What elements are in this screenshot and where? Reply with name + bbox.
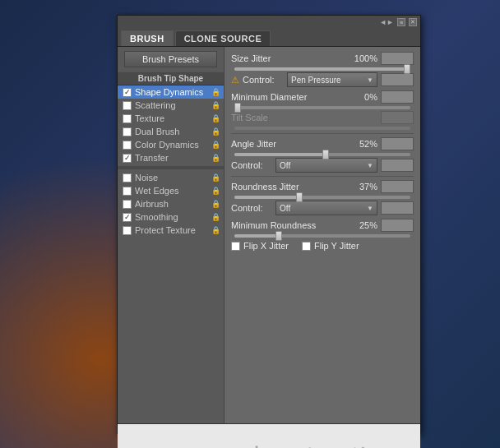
brush-panel: ◄► ≡ ✕ BRUSH CLONE SOURCE Brush Presets … [117, 15, 421, 434]
brush-item-wet-edges[interactable]: Wet Edges 🔒 [118, 184, 224, 197]
brush-item-protect-texture[interactable]: Protect Texture 🔒 [118, 224, 224, 237]
min-diameter-label: Minimum Diameter [231, 92, 345, 102]
lock-icon: 🔒 [211, 101, 220, 109]
panel-menu-button[interactable]: ≡ [397, 18, 405, 26]
control-input-3[interactable] [381, 201, 414, 215]
roundness-jitter-row: Roundness Jitter 37% [231, 180, 414, 193]
roundness-jitter-slider-container [231, 196, 414, 199]
brush-item-dual-brush[interactable]: Dual Brush 🔒 [118, 125, 224, 138]
angle-jitter-slider-container [231, 153, 414, 156]
flip-x-item[interactable]: Flip X Jitter [231, 241, 289, 251]
roundness-jitter-input[interactable] [381, 180, 414, 193]
brush-item-noise[interactable]: Noise 🔒 [118, 171, 224, 184]
checkbox-dual-brush[interactable] [123, 127, 132, 136]
brush-item-shape-dynamics[interactable]: Shape Dynamics 🔒 [118, 85, 224, 99]
checkbox-scattering[interactable] [123, 101, 132, 110]
checkbox-protect-texture[interactable] [123, 226, 132, 235]
min-roundness-thumb[interactable] [275, 231, 282, 241]
min-diameter-slider[interactable] [234, 106, 410, 109]
size-jitter-slider[interactable] [234, 67, 410, 71]
lock-icon: 🔒 [211, 141, 220, 149]
angle-jitter-input[interactable] [381, 137, 414, 150]
checkbox-wet-edges[interactable] [123, 187, 132, 196]
control-pen-pressure-row: ⚠ Control: Pen Pressure ▼ [231, 72, 414, 87]
control-off-2-dropdown[interactable]: Off ▼ [275, 201, 377, 215]
flip-row: Flip X Jitter Flip Y Jitter [231, 241, 414, 251]
control-off-1-dropdown[interactable]: Off ▼ [275, 158, 377, 173]
lock-icon: 🔒 [211, 114, 220, 122]
brush-item-smoothing[interactable]: Smoothing 🔒 [118, 210, 224, 224]
size-jitter-thumb[interactable] [404, 64, 410, 74]
angle-jitter-thumb[interactable] [322, 150, 329, 159]
checkbox-texture[interactable] [123, 114, 132, 123]
checkbox-smoothing[interactable] [123, 213, 132, 222]
protect-texture-label: Protect Texture [135, 225, 196, 235]
tab-clone-source[interactable]: CLONE SOURCE [175, 30, 271, 46]
brush-presets-button[interactable]: Brush Presets [124, 51, 217, 67]
control-label-1: Control: [243, 75, 284, 85]
panel-titlebar: ◄► ≡ ✕ [118, 16, 420, 29]
flip-x-label: Flip X Jitter [243, 241, 289, 251]
flip-y-item[interactable]: Flip Y Jitter [302, 241, 359, 251]
tilt-scale-slider [234, 127, 410, 130]
angle-jitter-slider[interactable] [234, 153, 410, 156]
left-panel: Brush Presets Brush Tip Shape Shape Dyna… [118, 47, 225, 423]
control-input-2[interactable] [381, 159, 414, 172]
texture-label: Texture [135, 113, 164, 123]
control-pen-pressure-dropdown[interactable]: Pen Pressure ▼ [287, 72, 377, 87]
brush-item-color-dynamics[interactable]: Color Dynamics 🔒 [118, 138, 224, 151]
roundness-jitter-thumb[interactable] [296, 192, 303, 202]
scattering-label: Scattering [135, 100, 176, 110]
dropdown-arrow-icon: ▼ [367, 76, 373, 84]
roundness-jitter-slider[interactable] [234, 196, 410, 199]
panel-tab-bar: BRUSH CLONE SOURCE [118, 29, 420, 47]
lock-icon: 🔒 [211, 154, 220, 162]
min-roundness-slider[interactable] [234, 234, 410, 238]
airbrush-label: Airbrush [135, 199, 169, 209]
dual-brush-label: Dual Brush [135, 127, 179, 136]
flip-y-label: Flip Y Jitter [314, 241, 359, 251]
noise-label: Noise [135, 173, 158, 182]
color-dynamics-label: Color Dynamics [135, 140, 199, 150]
brush-item-airbrush[interactable]: Airbrush 🔒 [118, 197, 224, 210]
lock-icon: 🔒 [211, 200, 220, 208]
min-diameter-thumb[interactable] [234, 103, 241, 113]
checkbox-transfer[interactable] [123, 154, 132, 163]
lock-icon: 🔒 [211, 127, 220, 136]
control-input-1[interactable] [381, 73, 414, 86]
min-diameter-input[interactable] [381, 90, 414, 104]
divider-2 [231, 176, 414, 177]
size-jitter-slider-container [231, 67, 414, 71]
checkbox-flip-y[interactable] [302, 242, 311, 251]
angle-jitter-label: Angle Jitter [231, 139, 345, 149]
size-jitter-input[interactable] [381, 52, 414, 65]
brush-tip-shape-header: Brush Tip Shape [118, 72, 224, 85]
tilt-scale-label: Tilt Scale [231, 113, 377, 122]
checkbox-shape-dynamics[interactable] [123, 88, 132, 97]
checkbox-flip-x[interactable] [231, 242, 240, 251]
checkbox-airbrush[interactable] [123, 200, 132, 209]
control-label-2: Control: [231, 160, 272, 170]
roundness-jitter-value: 37% [349, 182, 377, 192]
brush-item-scattering[interactable]: Scattering 🔒 [118, 99, 224, 112]
control-off-2-option: Off [280, 204, 290, 213]
min-diameter-value: 0% [349, 92, 377, 102]
dropdown-arrow-icon-3: ▼ [367, 205, 373, 212]
warning-icon: ⚠ [231, 75, 239, 85]
brush-item-transfer[interactable]: Transfer 🔒 [118, 151, 224, 164]
min-roundness-label: Minimum Roundness [231, 220, 345, 230]
tab-brush[interactable]: BRUSH [121, 30, 174, 46]
min-diameter-row: Minimum Diameter 0% [231, 90, 414, 104]
brush-item-texture[interactable]: Texture 🔒 [118, 112, 224, 125]
min-roundness-slider-container [231, 234, 414, 238]
control-off-1-option: Off [280, 161, 290, 170]
angle-jitter-row: Angle Jitter 52% [231, 137, 414, 150]
control-off-2-row: Control: Off ▼ [231, 201, 414, 215]
min-roundness-input[interactable] [381, 219, 414, 232]
checkbox-noise[interactable] [123, 173, 132, 182]
size-jitter-label: Size Jitter [231, 53, 345, 63]
panel-close-button[interactable]: ✕ [409, 18, 417, 26]
dropdown-arrow-icon-2: ▼ [367, 162, 373, 169]
tilt-scale-row: Tilt Scale [231, 111, 414, 124]
checkbox-color-dynamics[interactable] [123, 141, 132, 150]
